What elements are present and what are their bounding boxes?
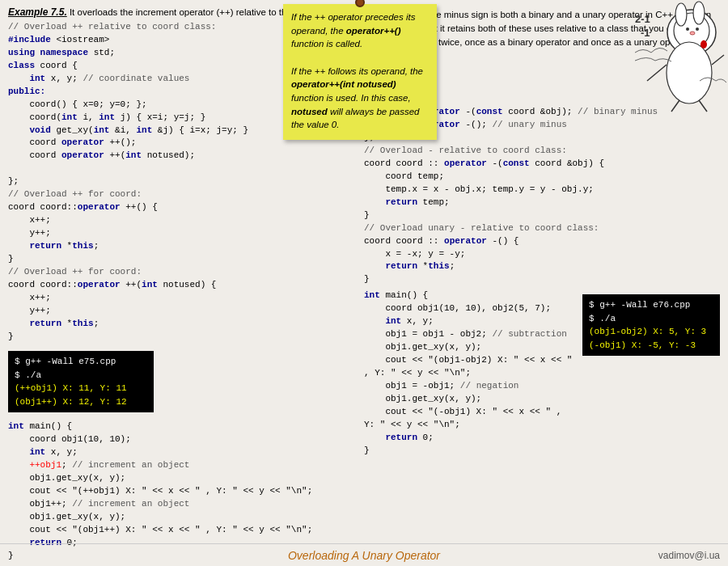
- footer-email: vadimov@i.ua: [658, 550, 720, 561]
- code-line: int main() {: [8, 420, 356, 433]
- code-line: cout << "(-obj1) X: " << x << " , Y: " <…: [364, 406, 576, 432]
- code-line: obj1 = -obj1; // negation: [364, 380, 576, 393]
- code-line: x++;: [8, 214, 356, 227]
- code-line: coord coord::operator ++() {: [8, 201, 356, 214]
- svg-point-2: [675, 3, 687, 26]
- left-example-desc: It overloads the increment operator (++)…: [67, 7, 294, 17]
- code-line: y++;: [8, 227, 356, 240]
- code-line: return 0;: [364, 432, 576, 445]
- code-line: }: [364, 273, 720, 286]
- code-line: }: [364, 209, 720, 222]
- code-line: // Overload ++ for coord:: [8, 266, 356, 279]
- code-line: return *this;: [8, 240, 356, 253]
- sticky-text2: If the ++ follows its operand, the opera…: [291, 66, 423, 130]
- code-line: coord coord::operator ++(int notused) {: [8, 279, 356, 292]
- code-line: }: [8, 253, 356, 266]
- svg-line-8: [647, 65, 667, 81]
- svg-line-9: [712, 55, 724, 65]
- cartoon-image: 2-1 -1: [631, 0, 728, 113]
- code-line: coord obj1(10, 10);: [8, 433, 356, 446]
- terminal-r-line3: (obj1-obj2) X: 5, Y: 3: [589, 325, 713, 339]
- terminal-r-line2: $ ./a: [589, 312, 713, 326]
- sticky-pin: [355, 0, 365, 7]
- svg-point-3: [693, 2, 705, 24]
- right-terminal-wrap: int main() { coord obj1(10, 10), obj2(5,…: [364, 289, 720, 457]
- svg-point-6: [690, 32, 695, 35]
- svg-point-4: [686, 27, 689, 31]
- code-line: coord operator ++(int notused);: [8, 150, 356, 163]
- code-line: return *this;: [364, 260, 720, 273]
- svg-text:2-1: 2-1: [635, 13, 650, 25]
- code-line: return temp;: [364, 196, 720, 209]
- code-line: cout << "(++obj1) X: " << x << " , Y: " …: [8, 485, 356, 498]
- code-line: obj1 = obj1 - obj2; // subtraction: [364, 328, 576, 341]
- code-line: x = -x; y = -y;: [364, 248, 720, 261]
- code-line: coord coord :: operator -() {: [364, 235, 720, 248]
- code-line: cout << "(obj1++) X: " << x << " , Y: " …: [8, 524, 356, 537]
- code-line: obj1++; // increment an object: [8, 498, 356, 511]
- left-terminal-wrap: $ g++ -Wall e75.cpp $ ./a (++obj1) X: 11…: [8, 346, 356, 417]
- svg-line-11: [699, 100, 707, 112]
- left-example-title: Example 7.5.: [8, 6, 67, 18]
- code-line: coord temp;: [364, 171, 720, 184]
- code-line: obj1.get_xy(x, y);: [8, 511, 356, 524]
- sticky-note: If the ++ operator precedes its operand,…: [283, 4, 437, 140]
- right-terminal: $ g++ -Wall e76.cpp $ ./a (obj1-obj2) X:…: [582, 294, 720, 356]
- footer-title: Overloading A Unary Operator: [288, 549, 440, 562]
- terminal-r-line1: $ g++ -Wall e76.cpp: [589, 298, 713, 312]
- code-line: // Overload ++ for coord:: [8, 188, 356, 201]
- terminal-r-line4: (-obj1) X: -5, Y: -3: [589, 339, 713, 353]
- left-main-code: int main() { coord obj1(10, 10); int x, …: [8, 420, 356, 562]
- code-line: obj1.get_xy(x, y);: [364, 341, 576, 354]
- svg-point-7: [667, 42, 712, 103]
- code-line: int main() {: [364, 289, 576, 302]
- code-line: int x, y;: [364, 315, 576, 328]
- svg-point-5: [696, 27, 699, 31]
- code-line: obj1.get_xy(x, y);: [8, 472, 356, 485]
- code-line: coord obj1(10, 10), obj2(5, 7);: [364, 302, 576, 315]
- footer: Overloading A Unary Operator vadimov@i.u…: [0, 543, 728, 566]
- svg-line-10: [671, 100, 679, 112]
- code-line: y++;: [8, 305, 356, 318]
- code-line: temp.x = x - obj.x; temp.y = y - obj.y;: [364, 184, 720, 196]
- right-main-block: int main() { coord obj1(10, 10), obj2(5,…: [364, 289, 576, 457]
- code-line: // Overload - relative to coord class:: [364, 145, 720, 158]
- terminal-line2: $ ./a: [15, 369, 147, 382]
- code-line: }: [8, 331, 356, 344]
- sticky-text1: If the ++ operator precedes its operand,…: [291, 12, 415, 49]
- code-line: int x, y;: [8, 446, 356, 459]
- code-line: return *this;: [8, 318, 356, 331]
- code-line: };: [8, 175, 356, 188]
- code-line: ++obj1; // increment an object: [8, 459, 356, 472]
- right-main-code: int main() { coord obj1(10, 10), obj2(5,…: [364, 289, 576, 457]
- code-line: obj1.get_xy(x, y);: [364, 393, 576, 406]
- svg-text:-1: -1: [641, 27, 650, 39]
- code-line: // Overload unary - relative to coord cl…: [364, 222, 720, 235]
- terminal-line1: $ g++ -Wall e75.cpp: [15, 355, 147, 369]
- terminal-line4: (obj1++) X: 12, Y: 12: [15, 395, 147, 409]
- code-line: x++;: [8, 292, 356, 305]
- left-terminal: $ g++ -Wall e75.cpp $ ./a (++obj1) X: 11…: [8, 351, 154, 412]
- terminal-line3: (++obj1) X: 11, Y: 11: [15, 382, 147, 395]
- code-line: cout << "(obj1-obj2) X: " << x << " , Y:…: [364, 354, 576, 380]
- code-line: coord coord :: operator -(const coord &o…: [364, 158, 720, 171]
- code-line: }: [364, 445, 576, 458]
